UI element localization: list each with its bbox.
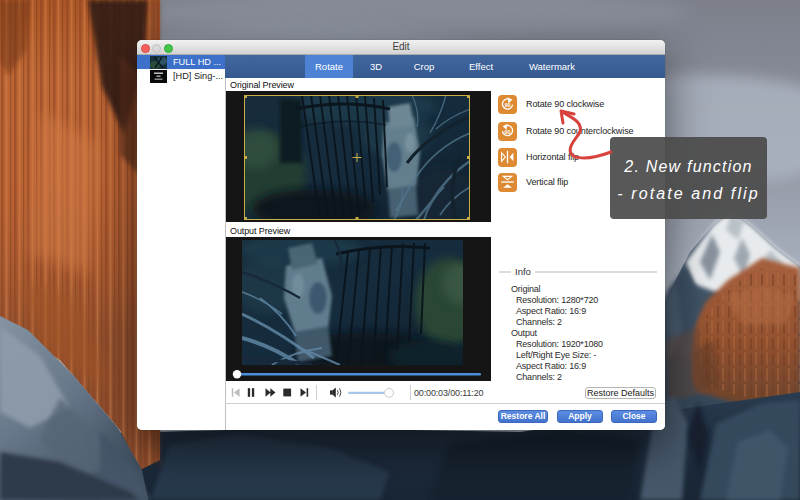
svg-text:90: 90	[505, 129, 511, 135]
svg-text:Info: Info	[515, 267, 531, 277]
svg-text:90: 90	[505, 102, 511, 108]
svg-text:00:00:03/00:11:20: 00:00:03/00:11:20	[414, 388, 483, 398]
